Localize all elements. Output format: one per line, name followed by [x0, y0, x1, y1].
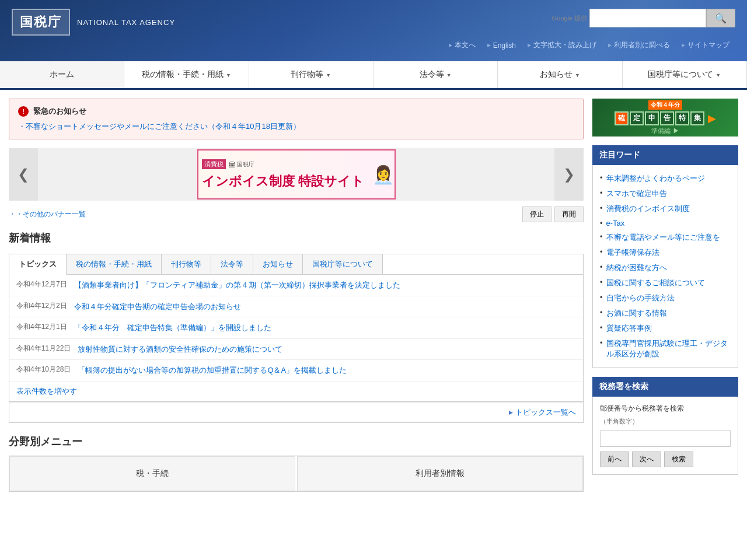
- news-row-2: 令和4年12月2日 令和４年分確定申告期の確定申告会場のお知らせ: [9, 296, 583, 318]
- news-link-5[interactable]: 「帳簿の提出がない場合等の加算税の加重措置に関するQ＆A」を掲載しました: [78, 365, 347, 376]
- invoice-banner[interactable]: 消費税 🏛 国税庁 インボイス制度 特設サイト 👩‍💼: [197, 149, 396, 200]
- kakutei-sub: 準備編 ▶: [651, 127, 679, 135]
- attention-item-3[interactable]: 消費税のインボイス制度: [600, 201, 731, 216]
- attention-section: 注目ワード 年末調整がよくわかるページ スマホで確定申告 消費税のインボイス制度…: [592, 145, 738, 368]
- tab-tax-info[interactable]: 税の情報・手続・用紙: [67, 254, 162, 274]
- chevron-left-icon: ❮: [18, 166, 29, 183]
- taxoffice-prev-button[interactable]: 前へ: [600, 452, 629, 467]
- attention-item-2[interactable]: スマホで確定申告: [600, 186, 731, 201]
- search-input[interactable]: [589, 9, 706, 27]
- logo-box[interactable]: 国税庁: [12, 9, 70, 36]
- topics-all-link[interactable]: トピックス一覧へ: [509, 407, 576, 418]
- category-by-user[interactable]: 利用者別情報: [297, 456, 583, 491]
- attention-item-10[interactable]: お酒に関する情報: [600, 306, 731, 321]
- taxoffice-content: 郵便番号から税務署を検索 （半角数字） 前へ 次へ 検索: [592, 397, 738, 475]
- nav-laws[interactable]: 法令等: [374, 61, 498, 88]
- news-section-title: 新着情報: [9, 231, 584, 248]
- kakutei-char5: 特: [675, 111, 689, 125]
- banner-restart-button[interactable]: 再開: [554, 206, 584, 222]
- kakutei-char1: 確: [615, 111, 629, 125]
- taxoffice-btn-row: 前へ 次へ 検索: [600, 452, 731, 467]
- kakutei-banner-image: 令和４年分 確 定 申 告 特 集 ▶ 準備編 ▶: [592, 99, 738, 136]
- agency-name: NATIONAL TAX AGENCY: [77, 18, 175, 27]
- kakutei-char3: 申: [645, 111, 659, 125]
- news-link-4[interactable]: 放射性物質に対する酒類の安全性確保のための施策について: [78, 344, 282, 355]
- news-link-2[interactable]: 令和４年分確定申告期の確定申告会場のお知らせ: [74, 301, 241, 313]
- tab-topics[interactable]: トピックス: [9, 254, 67, 275]
- nav-english[interactable]: English: [481, 40, 522, 50]
- nav-honbun[interactable]: 本文へ: [443, 40, 481, 50]
- alert-box: ! 緊急のお知らせ ・不審なショートメッセージやメールにご注意ください（令和４年…: [9, 99, 584, 139]
- show-more-button[interactable]: 表示件数を増やす: [9, 382, 583, 402]
- banner-stop-button[interactable]: 停止: [522, 206, 551, 222]
- news-link-1[interactable]: 【酒類事業者向け】「フロンティア補助金」の第４期（第一次締切）採択事業者を決定し…: [74, 279, 400, 291]
- banner-controls: ・その他のバナー一覧 停止 再開: [9, 206, 584, 222]
- tab-laws[interactable]: 法令等: [211, 254, 253, 274]
- taxoffice-section: 税務署を検索 郵便番号から税務署を検索 （半角数字） 前へ 次へ 検索: [592, 377, 738, 475]
- news-link-3[interactable]: 「令和４年分 確定申告特集（準備編）」を開設しました: [74, 322, 271, 334]
- attention-item-11[interactable]: 質疑応答事例: [600, 321, 731, 336]
- news-row-5: 令和4年10月28日 「帳簿の提出がない場合等の加算税の加重措置に関するQ＆A」…: [9, 360, 583, 382]
- news-row-4: 令和4年11月22日 放射性物質に対する酒類の安全性確保のための施策について: [9, 339, 583, 360]
- tab-notices[interactable]: お知らせ: [253, 254, 303, 274]
- kakutei-char6: 集: [690, 111, 704, 125]
- nav-publications[interactable]: 刊行物等: [249, 61, 374, 88]
- main-content: ! 緊急のお知らせ ・不審なショートメッセージやメールにご注意ください（令和４年…: [9, 99, 584, 492]
- kakutei-char2: 定: [630, 111, 644, 125]
- attention-content: 年末調整がよくわかるページ スマホで確定申告 消費税のインボイス制度 e-Tax…: [592, 165, 738, 368]
- nav-tax-info[interactable]: 税の情報・手続・用紙: [124, 61, 249, 88]
- banner-carousel: ❮ 消費税 🏛 国税庁 インボイス制度 特設サイト 👩‍�: [9, 148, 584, 201]
- kakutei-year-label: 令和４年分: [648, 100, 682, 110]
- attention-item-1[interactable]: 年末調整がよくわかるページ: [600, 171, 731, 186]
- news-date-3: 令和4年12月1日: [16, 322, 67, 332]
- nav-home[interactable]: ホーム: [0, 61, 124, 88]
- header-content: 国税庁 NATIONAL TAX AGENCY Google 提供 🔍: [0, 0, 747, 36]
- invoice-main-text: インボイス制度 特設サイト: [202, 173, 364, 190]
- attention-item-8[interactable]: 国税に関するご相談について: [600, 275, 731, 290]
- nav-notices[interactable]: お知らせ: [498, 61, 622, 88]
- banner-next-button[interactable]: ❯: [554, 148, 584, 201]
- alert-link[interactable]: ・不審なショートメッセージやメールにご注意ください（令和４年10月18日更新）: [18, 121, 574, 132]
- taxoffice-search-button[interactable]: 検索: [664, 452, 693, 467]
- search-button[interactable]: 🔍: [706, 9, 735, 27]
- attention-item-7[interactable]: 納税が困難な方へ: [600, 260, 731, 275]
- tab-publications[interactable]: 刊行物等: [162, 254, 211, 274]
- news-row-3: 令和4年12月1日 「令和４年分 確定申告特集（準備編）」を開設しました: [9, 317, 583, 339]
- search-area: Google 提供 🔍: [551, 9, 735, 27]
- other-banners-link[interactable]: ・その他のバナー一覧: [9, 209, 86, 219]
- attention-item-6[interactable]: 電子帳簿保存法: [600, 245, 731, 260]
- tab-about[interactable]: 国税庁等について: [303, 254, 383, 274]
- taxoffice-header: 税務署を検索: [592, 377, 738, 397]
- category-tax-procedure[interactable]: 税・手続: [9, 456, 295, 491]
- taxoffice-next-button[interactable]: 次へ: [632, 452, 661, 467]
- taxoffice-sub: （半角数字）: [600, 417, 731, 426]
- topics-link-row: トピックス一覧へ: [9, 402, 583, 422]
- nav-accessibility[interactable]: 文字拡大・読み上げ: [522, 40, 602, 50]
- banner-prev-button[interactable]: ❮: [9, 148, 38, 201]
- alert-title: 緊急のお知らせ: [33, 106, 86, 117]
- kakutei-arrow-icon: ▶: [708, 112, 716, 125]
- alert-header: ! 緊急のお知らせ: [18, 106, 574, 117]
- attention-item-5[interactable]: 不審な電話やメール等にご注意を: [600, 230, 731, 245]
- search-icon: 🔍: [715, 13, 727, 24]
- logo-area: 国税庁 NATIONAL TAX AGENCY: [12, 9, 175, 36]
- category-section: 分野別メニュー 税・手続 利用者別情報: [9, 435, 584, 492]
- attention-item-12[interactable]: 国税専門官採用試験に理工・デジタル系区分が創設: [600, 336, 731, 362]
- news-section: 新着情報 トピックス 税の情報・手続・用紙 刊行物等 法令等 お知らせ 国税庁等…: [9, 231, 584, 423]
- nav-about[interactable]: 国税庁等について: [623, 61, 747, 88]
- header: 国税庁 NATIONAL TAX AGENCY Google 提供 🔍 本文へ …: [0, 0, 747, 61]
- news-date-1: 令和4年12月7日: [16, 279, 67, 289]
- attention-item-9[interactable]: 自宅からの手続方法: [600, 290, 731, 306]
- invoice-logo-text: 国税庁: [237, 160, 254, 169]
- attention-header: 注目ワード: [592, 145, 738, 165]
- news-tabs: トピックス 税の情報・手続・用紙 刊行物等 法令等 お知らせ 国税庁等について: [9, 254, 584, 274]
- taxoffice-search-input[interactable]: [600, 430, 731, 447]
- main-navigation: ホーム 税の情報・手続・用紙 刊行物等 法令等 お知らせ 国税庁等について: [0, 61, 747, 90]
- nav-sitemap[interactable]: サイトマップ: [676, 40, 735, 50]
- nav-by-user[interactable]: 利用者別に調べる: [602, 40, 676, 50]
- kakutei-char4: 告: [660, 111, 674, 125]
- invoice-figure: 👩‍💼: [372, 164, 394, 185]
- attention-item-4[interactable]: e-Tax: [600, 216, 731, 230]
- kakutei-banner[interactable]: 令和４年分 確 定 申 告 特 集 ▶ 準備編 ▶: [592, 99, 738, 136]
- alert-icon: !: [18, 106, 29, 117]
